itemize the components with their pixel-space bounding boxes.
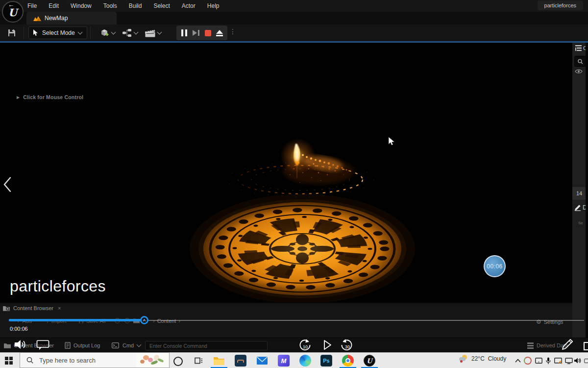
chevron-down-icon (77, 30, 82, 35)
breadcrumb[interactable]: › Content › (153, 318, 180, 324)
cinematics-dropdown[interactable] (142, 26, 164, 40)
more-options-icon[interactable]: ⋮ (229, 27, 236, 35)
menu-tools[interactable]: Tools (103, 2, 117, 9)
tray-microphone-icon[interactable] (544, 356, 553, 365)
save-icon (7, 28, 16, 37)
rewind-10-button[interactable]: 10 (298, 339, 313, 352)
volume-button[interactable] (14, 339, 27, 352)
menu-bar: File Edit Window Tools Build Select Acto… (0, 0, 588, 12)
tab-label: NewMap (45, 15, 68, 22)
menu-build[interactable]: Build (129, 2, 142, 9)
chevron-left-icon[interactable] (2, 176, 14, 193)
eject-button[interactable] (214, 27, 225, 38)
console-icon (112, 342, 119, 348)
console-command-input[interactable] (145, 341, 268, 350)
mouse-control-hint: ▶ Click for Mouse Control (17, 94, 83, 100)
captions-button[interactable] (36, 340, 49, 352)
chevron-down-icon (157, 30, 162, 35)
menu-help[interactable]: Help (207, 2, 220, 9)
chevron-down-icon (111, 30, 116, 35)
photoshop-icon[interactable]: Ps (320, 354, 333, 367)
status-output-log[interactable]: Output Log (65, 338, 100, 353)
mail-app-icon[interactable] (256, 354, 269, 367)
content-browser-icon (4, 342, 11, 348)
fullscreen-button[interactable] (584, 342, 588, 350)
search-icon (26, 357, 33, 364)
menu-select[interactable]: Select (153, 2, 170, 9)
tray-volume-icon[interactable] (573, 356, 582, 365)
close-icon[interactable]: × (58, 305, 61, 311)
window-title: particleforces (538, 0, 583, 10)
outliner-icon (575, 45, 582, 51)
add-actor-dropdown[interactable] (97, 26, 118, 40)
breadcrumb-sep-icon: › (178, 318, 180, 324)
select-mode-label: Select Mode (42, 29, 75, 36)
tray-network-icon[interactable] (564, 356, 573, 365)
save-button[interactable] (4, 26, 20, 40)
play-icon (321, 339, 333, 351)
menu-actor[interactable]: Actor (182, 2, 196, 9)
pause-button[interactable] (179, 27, 190, 38)
tray-chevron-up[interactable] (514, 356, 522, 365)
recording-timer-badge: 00:06 (484, 255, 506, 277)
tray-screenshare-icon[interactable] (554, 356, 563, 365)
details-header[interactable]: D (574, 204, 587, 211)
chevron-down-icon (133, 30, 138, 35)
stop-button[interactable] (202, 27, 213, 38)
cortana-button[interactable] (173, 357, 183, 366)
level-icon (33, 16, 41, 21)
m-app-icon[interactable]: M (277, 354, 290, 367)
unreal-logo[interactable]: U ← (2, 1, 24, 23)
play-glyph-icon: ▶ (17, 95, 20, 100)
taskbar-search-input[interactable] (38, 356, 127, 365)
viewport[interactable]: ▶ Click for Mouse Control particleforces… (0, 43, 588, 302)
select-mode-dropdown[interactable]: Select Mode (28, 26, 87, 39)
tray-tablet-icon[interactable] (534, 356, 543, 365)
tray-app-icon[interactable] (523, 356, 532, 365)
cube-plus-icon (99, 28, 109, 38)
annotate-button[interactable] (561, 338, 574, 353)
unreal-engine-icon[interactable]: U (363, 354, 376, 367)
scrubber-handle[interactable]: A (140, 316, 148, 324)
taskbar-search[interactable] (20, 352, 170, 368)
forward-30-button[interactable]: 30 (340, 339, 355, 352)
pie-session-border (0, 41, 588, 43)
toolbox-app-icon[interactable] (234, 354, 247, 367)
edge-browser-icon[interactable] (299, 354, 312, 367)
main-toolbar: Select Mode (0, 25, 588, 41)
menu-edit[interactable]: Edit (49, 2, 59, 9)
menu-window[interactable]: Window (71, 2, 92, 9)
frame-skip-button[interactable] (191, 27, 201, 38)
breadcrumb-sep-icon: › (153, 318, 155, 324)
tab-newmap[interactable]: NewMap (26, 12, 117, 25)
weather-icon (459, 354, 468, 363)
details-pencil-icon (574, 204, 581, 211)
right-panel-clipped: C 14 D Se (572, 43, 588, 338)
search-box-flower-image (136, 353, 169, 367)
tray-clipped-icon[interactable] (584, 356, 588, 365)
search-icon (578, 59, 583, 64)
menu-file[interactable]: File (27, 2, 37, 9)
breadcrumb-content: Content (157, 318, 176, 324)
chevron-down-icon (137, 342, 142, 347)
status-cmd-dropdown[interactable]: Cmd (112, 338, 141, 353)
blueprints-dropdown[interactable] (120, 26, 140, 40)
video-scrubber-progress[interactable] (9, 319, 141, 321)
file-explorer-icon[interactable] (213, 354, 225, 367)
pencil-icon (561, 338, 574, 351)
cursor-icon (33, 29, 39, 36)
content-browser-icon (3, 305, 10, 311)
screen: File Edit Window Tools Build Select Acto… (0, 0, 588, 368)
captions-icon (36, 340, 49, 350)
outliner-search-input[interactable] (574, 56, 586, 67)
task-view-button[interactable] (192, 354, 205, 367)
play-button[interactable] (321, 339, 333, 353)
elapsed-time: 0:00:06 (10, 326, 28, 332)
windows-start-button[interactable] (5, 357, 13, 365)
chrome-browser-icon[interactable] (342, 354, 354, 367)
taskbar-weather[interactable]: 22°C Cloudy (459, 354, 506, 363)
editor-status-bar: Content Browser Output Log Cmd (0, 338, 588, 352)
output-log-icon (65, 342, 71, 349)
content-browser-tab[interactable]: Content Browser × (3, 305, 61, 311)
visibility-toggle[interactable] (575, 69, 583, 74)
